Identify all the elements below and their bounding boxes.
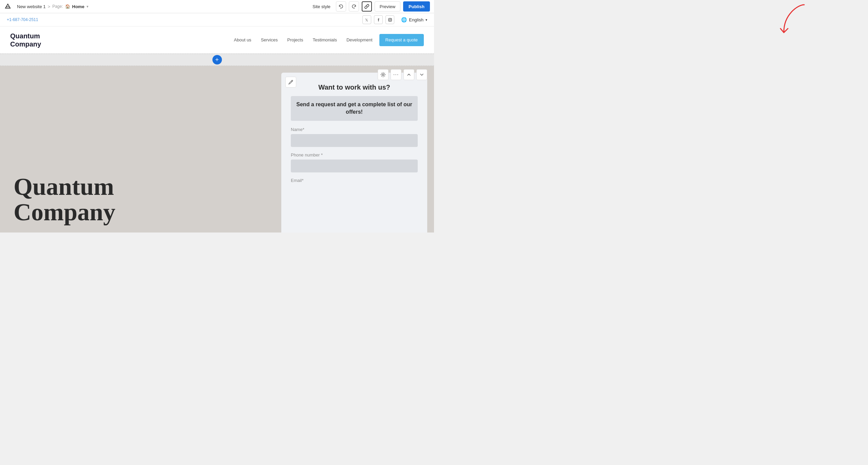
request-quote-button[interactable]: Request a quote bbox=[379, 34, 424, 46]
nav-development[interactable]: Development bbox=[346, 37, 373, 42]
site-topbar: +1-687-704-2511 𝕏 f 🌐 English ▾ bbox=[0, 13, 434, 26]
form-panel: Want to work with us? Send a request and… bbox=[281, 73, 427, 232]
svg-text:𝕏: 𝕏 bbox=[365, 18, 368, 22]
section-up-button[interactable] bbox=[403, 69, 414, 80]
hero-text-area: Quantum Company bbox=[0, 66, 281, 232]
hero-title: Quantum Company bbox=[14, 174, 115, 225]
section-controls: ··· bbox=[378, 69, 427, 80]
hero-title-line2: Company bbox=[14, 200, 115, 225]
social-icons: 𝕏 f bbox=[362, 15, 394, 24]
preview-button[interactable]: Preview bbox=[375, 1, 400, 12]
form-edit-button[interactable] bbox=[285, 77, 296, 88]
section-settings-button[interactable] bbox=[378, 69, 389, 80]
globe-icon: 🌐 bbox=[401, 17, 407, 22]
redo-button[interactable] bbox=[349, 1, 359, 12]
twitter-icon[interactable]: 𝕏 bbox=[362, 15, 371, 24]
add-section-button[interactable]: + bbox=[212, 55, 222, 64]
site-logo: Quantum Company bbox=[10, 32, 41, 48]
phone-input[interactable] bbox=[291, 160, 418, 172]
logo-icon[interactable] bbox=[4, 3, 12, 10]
nav-testimonials[interactable]: Testimonials bbox=[313, 37, 337, 42]
svg-point-4 bbox=[382, 74, 384, 76]
svg-point-2 bbox=[389, 19, 391, 21]
add-section-row: + bbox=[0, 54, 434, 66]
link-button[interactable] bbox=[362, 1, 372, 12]
site-name[interactable]: New website 1 bbox=[17, 4, 46, 9]
section-more-button[interactable]: ··· bbox=[391, 69, 401, 80]
form-subtitle-box: Send a request and get a complete list o… bbox=[291, 96, 418, 121]
nav-services[interactable]: Services bbox=[261, 37, 278, 42]
undo-button[interactable] bbox=[336, 1, 346, 12]
phone-label: Phone number * bbox=[291, 152, 418, 157]
breadcrumb: New website 1 > Page: 🏠 Home ▾ bbox=[17, 4, 89, 9]
nav-about[interactable]: About us bbox=[234, 37, 251, 42]
logo-line2: Company bbox=[10, 40, 41, 48]
email-label: Email* bbox=[291, 178, 418, 183]
facebook-icon[interactable]: f bbox=[374, 15, 383, 24]
page-label: Page: bbox=[52, 4, 63, 9]
language-selector[interactable]: 🌐 English ▾ bbox=[401, 17, 427, 22]
svg-point-3 bbox=[391, 18, 391, 19]
form-title: Want to work with us? bbox=[291, 83, 418, 91]
phone-link[interactable]: +1-687-704-2511 bbox=[7, 17, 38, 22]
site-main: ··· Quantum Company Want to work with us… bbox=[0, 66, 434, 232]
form-subtitle: Send a request and get a complete list o… bbox=[296, 101, 412, 116]
site-nav: About us Services Projects Testimonials … bbox=[234, 37, 372, 42]
site-style-label[interactable]: Site style bbox=[313, 4, 331, 9]
toolbar: New website 1 > Page: 🏠 Home ▾ Site styl… bbox=[0, 0, 434, 13]
site-header: Quantum Company About us Services Projec… bbox=[0, 26, 434, 54]
logo-line1: Quantum bbox=[10, 32, 41, 40]
name-input[interactable] bbox=[291, 134, 418, 147]
section-down-button[interactable] bbox=[416, 69, 427, 80]
language-chevron: ▾ bbox=[426, 18, 427, 22]
breadcrumb-sep: > bbox=[48, 4, 51, 9]
page-chevron[interactable]: ▾ bbox=[87, 4, 89, 9]
nav-projects[interactable]: Projects bbox=[287, 37, 303, 42]
name-label: Name* bbox=[291, 127, 418, 132]
page-name[interactable]: Home bbox=[72, 4, 84, 9]
home-icon: 🏠 bbox=[65, 4, 70, 9]
instagram-icon[interactable] bbox=[385, 15, 394, 24]
publish-button[interactable]: Publish bbox=[403, 1, 430, 12]
hero-title-line1: Quantum bbox=[14, 174, 115, 200]
language-label: English bbox=[409, 17, 423, 22]
